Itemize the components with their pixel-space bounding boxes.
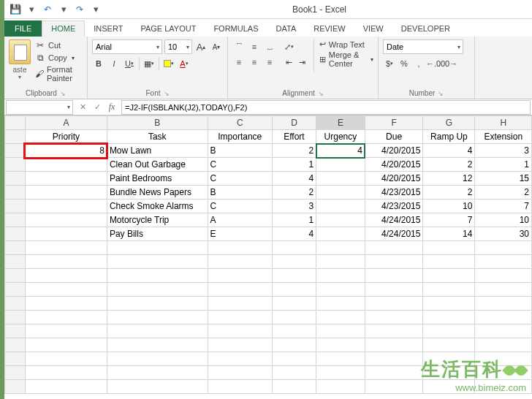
col-header-A[interactable]: A <box>25 116 107 130</box>
cell-F7[interactable]: 4/24/2015 <box>365 213 423 227</box>
cell-empty[interactable] <box>107 352 208 366</box>
cell-empty[interactable] <box>316 338 365 352</box>
cell-E2[interactable]: 4 <box>316 144 365 158</box>
cell-H7[interactable]: 10 <box>475 213 532 227</box>
row-header[interactable] <box>5 158 26 172</box>
increase-indent-button[interactable]: ⇥ <box>295 55 308 69</box>
cell-empty[interactable] <box>272 283 316 297</box>
paste-more-icon[interactable]: ▾ <box>18 74 21 80</box>
borders-button[interactable]: ▦▾ <box>142 56 156 71</box>
cell-C2[interactable]: B <box>208 144 272 158</box>
font-size-combo[interactable]: 10 <box>164 39 192 54</box>
cell-empty[interactable] <box>365 380 423 394</box>
cell-empty[interactable] <box>25 297 107 311</box>
cell-F6[interactable]: 4/23/2015 <box>365 200 423 213</box>
cell-empty[interactable] <box>25 380 107 394</box>
cell-empty[interactable] <box>316 311 365 324</box>
cell-empty[interactable] <box>423 380 475 394</box>
enter-formula-button[interactable]: ✓ <box>91 101 104 114</box>
cell-G6[interactable]: 10 <box>423 200 475 213</box>
cell-empty[interactable] <box>423 366 475 380</box>
currency-button[interactable]: $▾ <box>383 56 396 71</box>
cell-empty[interactable] <box>365 324 423 338</box>
cell-E1[interactable]: Urgency <box>316 130 365 144</box>
cell-D5[interactable]: 2 <box>272 186 316 200</box>
cell-empty[interactable] <box>107 255 208 269</box>
cell-empty[interactable] <box>208 380 272 394</box>
alignment-launcher-icon[interactable]: ↘ <box>318 90 324 97</box>
orientation-button[interactable]: ⤢▾ <box>282 39 295 54</box>
cell-H5[interactable]: 2 <box>475 186 532 200</box>
cell-C3[interactable]: C <box>208 158 272 172</box>
comma-button[interactable]: , <box>412 56 425 71</box>
cell-C1[interactable]: Importance <box>208 130 272 144</box>
cell-empty[interactable] <box>107 241 208 255</box>
cell-G2[interactable]: 4 <box>423 144 475 158</box>
cell-empty[interactable] <box>365 241 423 255</box>
col-header-C[interactable]: C <box>208 116 272 130</box>
cell-empty[interactable] <box>475 311 532 324</box>
cell-D1[interactable]: Effort <box>272 130 316 144</box>
cell-empty[interactable] <box>107 283 208 297</box>
row-header[interactable] <box>5 324 26 338</box>
row-header[interactable] <box>5 130 26 144</box>
cell-C8[interactable]: E <box>208 227 272 241</box>
cell-G4[interactable]: 12 <box>423 172 475 186</box>
cell-B4[interactable]: Paint Bedrooms <box>107 172 208 186</box>
cell-empty[interactable] <box>316 297 365 311</box>
row-header[interactable] <box>5 227 26 241</box>
copy-button[interactable]: ⧉Copy▾ <box>34 52 83 64</box>
cell-E5[interactable] <box>316 186 365 200</box>
cell-F8[interactable]: 4/24/2015 <box>365 227 423 241</box>
cell-empty[interactable] <box>272 297 316 311</box>
cell-empty[interactable] <box>208 255 272 269</box>
cell-E7[interactable] <box>316 213 365 227</box>
row-header[interactable] <box>5 283 26 297</box>
cell-F2[interactable]: 4/20/2015 <box>365 144 423 158</box>
cell-empty[interactable] <box>365 283 423 297</box>
cell-E3[interactable] <box>316 158 365 172</box>
tab-insert[interactable]: INSERT <box>85 21 132 37</box>
cell-empty[interactable] <box>316 380 365 394</box>
cell-H3[interactable]: 1 <box>475 158 532 172</box>
cell-A4[interactable] <box>25 172 107 186</box>
cell-empty[interactable] <box>107 324 208 338</box>
shrink-font-button[interactable]: A▾ <box>210 39 223 54</box>
cell-D6[interactable]: 3 <box>272 200 316 213</box>
cell-empty[interactable] <box>423 255 475 269</box>
cell-empty[interactable] <box>316 324 365 338</box>
row-header[interactable] <box>5 352 26 366</box>
row-header[interactable] <box>5 366 26 380</box>
cell-empty[interactable] <box>475 352 532 366</box>
cell-empty[interactable] <box>208 297 272 311</box>
cell-F4[interactable]: 4/20/2015 <box>365 172 423 186</box>
cell-empty[interactable] <box>475 241 532 255</box>
align-right-button[interactable]: ≡ <box>263 55 276 69</box>
qat-customize-icon[interactable]: ▾ <box>89 3 102 16</box>
col-header-H[interactable]: H <box>475 116 532 130</box>
redo-icon[interactable]: ↷ <box>73 3 86 16</box>
cell-H2[interactable]: 3 <box>475 144 532 158</box>
cell-empty[interactable] <box>316 269 365 283</box>
worksheet-grid[interactable]: A B C D E F G H PriorityTaskImportanceEf… <box>4 115 532 394</box>
cell-B3[interactable]: Clean Out Garbage <box>107 158 208 172</box>
undo-more-icon[interactable]: ▾ <box>57 3 70 16</box>
cell-empty[interactable] <box>272 380 316 394</box>
grow-font-button[interactable]: A▴ <box>194 39 208 54</box>
cell-empty[interactable] <box>316 366 365 380</box>
cell-A5[interactable] <box>25 186 107 200</box>
paste-button[interactable]: aste ▾ <box>9 39 31 83</box>
cell-D3[interactable]: 1 <box>272 158 316 172</box>
cell-F1[interactable]: Due <box>365 130 423 144</box>
cell-empty[interactable] <box>316 352 365 366</box>
tab-review[interactable]: REVIEW <box>305 21 354 37</box>
cell-E4[interactable] <box>316 172 365 186</box>
cell-empty[interactable] <box>208 338 272 352</box>
cell-empty[interactable] <box>423 297 475 311</box>
cell-B7[interactable]: Motorcycle Trip <box>107 213 208 227</box>
cell-empty[interactable] <box>475 380 532 394</box>
cell-empty[interactable] <box>365 352 423 366</box>
cell-F5[interactable]: 4/23/2015 <box>365 186 423 200</box>
cell-empty[interactable] <box>423 324 475 338</box>
cell-empty[interactable] <box>25 283 107 297</box>
